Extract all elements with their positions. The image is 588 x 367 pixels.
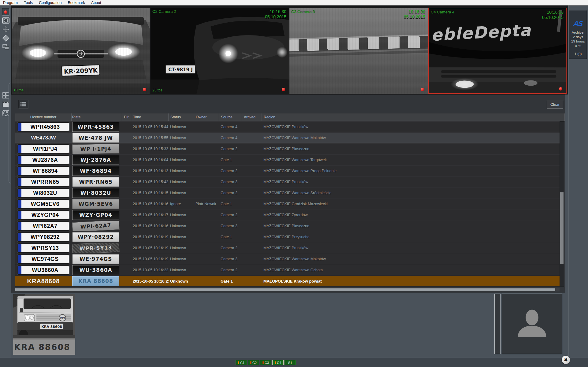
column-header-region[interactable]: Region <box>262 113 565 121</box>
table-row[interactable]: WJ2876A WJ·2876A 2015-10-05 10:16:04 Unk… <box>15 154 560 165</box>
menu-item-program[interactable]: Program <box>0 0 21 5</box>
table-row[interactable]: WU3860A WU·3860A 2015-10-05 10:16:22 Unk… <box>15 265 560 276</box>
camera-4-time: 10:16:03 <box>542 10 564 15</box>
cell-plate: WJ·2876A <box>72 155 122 165</box>
camera-3-view[interactable]: C3 Camera 3 10:16:30 05.10.2015 <box>289 8 428 94</box>
as-logo: AS <box>569 20 587 28</box>
horizontal-scrollbar[interactable] <box>15 288 560 291</box>
plate-image: WPR·SY13 <box>72 243 119 253</box>
zone-button[interactable] <box>2 34 10 42</box>
table-row[interactable]: WZYGP04 WZY·GP04 2015-10-05 10:16:17 Unk… <box>15 209 560 221</box>
table-row[interactable]: WPR45863 WPR·45863 2015-10-05 10:15:44 U… <box>15 121 560 132</box>
cell-licence-number: WU3860A <box>15 265 72 275</box>
table-row[interactable]: WI8032U WI·8032U 2015-10-05 10:16:15 Unk… <box>15 187 560 198</box>
eu-strip-icon <box>18 233 21 241</box>
cell-status: Unknown <box>169 191 194 195</box>
camera-2-view[interactable]: CT·9819 J C2 Camera 2 10:16:30 05.10.201… <box>151 8 289 94</box>
cell-region: MAZOWIECKIE Pruszków <box>262 125 560 129</box>
record-button[interactable] <box>2 8 9 16</box>
move-button[interactable] <box>2 25 10 33</box>
table-row[interactable]: WGM5EV6 WGM·5EV6 2015-10-05 10:16:16 Ign… <box>15 198 560 209</box>
table-row[interactable]: WE478JW WE·478 JW 2015-10-05 10:15:55 Un… <box>15 132 560 143</box>
van-badge-text: VW <box>60 317 65 320</box>
list-view-button[interactable] <box>18 100 28 109</box>
horizontal-scrollbar-thumb[interactable] <box>15 288 555 291</box>
table-row[interactable]: WPI1PJ4 WP I·1PJ4 2015-10-05 10:15:33 Un… <box>15 143 560 154</box>
clear-button[interactable]: Clear <box>547 101 563 109</box>
status-indicator-c4[interactable]: C4 <box>272 360 284 365</box>
cell-plate: WPI·62A7 <box>72 221 122 231</box>
cell-source: Camera 2 <box>219 246 242 250</box>
cell-licence-number: WPR45863 <box>15 122 72 132</box>
cell-time: 2015-10-05 10:16:16 <box>131 224 169 228</box>
status-indicator-s1[interactable]: S1 <box>285 360 296 365</box>
cell-licence-number: WJ2876A <box>15 155 72 165</box>
cell-status: Unknown <box>169 136 194 140</box>
layout-button[interactable] <box>2 43 10 51</box>
camera-4-recording-indicator <box>559 87 562 91</box>
column-header-arrived[interactable]: Arrived <box>242 113 262 121</box>
table-row[interactable]: WPRRN65 WPR·RN65 2015-10-05 10:15:42 Unk… <box>15 176 560 187</box>
cell-region: MAZOWIECKIE Warszawa Śródmieście <box>262 191 560 195</box>
licence-number-text: WE478JW <box>15 135 72 141</box>
menu-item-bookmark[interactable]: Bookmark <box>65 0 88 5</box>
licence-number-text: WGM5EV6 <box>21 201 69 207</box>
cell-source: Camera 2 <box>219 191 242 195</box>
licence-plate-badge: WPI62A7 <box>17 221 69 231</box>
archive-lines: Archive:2 days19 hours0 % <box>569 30 587 48</box>
vertical-scrollbar[interactable] <box>560 121 564 287</box>
table-row[interactable]: WF86894 WF·86894 2015-10-05 10:16:13 Unk… <box>15 165 560 176</box>
cell-time: 2015-10-05 10:16:15 <box>131 191 169 195</box>
vehicle-snapshot[interactable]: VW KRA 88608 KRA 88608 <box>13 294 75 355</box>
menu-item-about[interactable]: About <box>88 0 104 5</box>
camera-1-view[interactable]: KR·209YK 10 fps <box>12 8 150 94</box>
cell-source: Camera 4 <box>219 125 242 129</box>
status-indicator-c3[interactable]: C3 <box>260 360 271 365</box>
camera-4-view[interactable]: ebleDepta C4 Camera 4 10:16:03 05.10.201… <box>428 8 567 94</box>
camera-view-button[interactable] <box>2 17 10 24</box>
status-indicator-c2[interactable]: C2 <box>248 360 259 365</box>
eu-strip-icon <box>18 200 21 208</box>
camera-3-time: 10:16:30 <box>404 9 425 14</box>
plate-table-body: WPR45863 WPR·45863 2015-10-05 10:15:44 U… <box>15 121 560 287</box>
column-header-plate[interactable]: Plate <box>72 113 122 121</box>
cell-status: Unknown <box>169 246 194 250</box>
cell-plate: KRA 88608 <box>72 276 122 286</box>
column-header-status[interactable]: Status <box>169 113 194 121</box>
cell-plate: WF·86894 <box>72 166 122 176</box>
status-indicator-c1[interactable]: C1 <box>236 360 247 365</box>
column-header-licence-number[interactable]: Licence number <box>15 113 72 121</box>
cell-status: Unknown <box>169 268 194 272</box>
cell-time: 2015-10-05 10:15:33 <box>131 147 169 151</box>
column-header-owner[interactable]: Owner <box>194 113 219 121</box>
menu-item-configuration[interactable]: Configuration <box>36 0 65 5</box>
column-header-dir[interactable]: Dir <box>122 113 131 121</box>
licence-plate-badge: WJ2876A <box>17 155 69 165</box>
eu-strip-icon <box>18 255 21 263</box>
cell-region: MAZOWIECKIE Warszawa Mokotów <box>262 257 560 261</box>
column-header-time[interactable]: Time <box>131 113 169 121</box>
cell-region: MAZOWIECKIE Pruszków <box>262 246 560 250</box>
table-row[interactable]: WE974GS WE·974GS 2015-10-05 10:16:19 Unk… <box>15 254 560 265</box>
column-header-source[interactable]: Source <box>219 113 242 121</box>
camera-2-time: 10:16:30 <box>265 9 286 14</box>
licence-plate-badge: WZYGP04 <box>17 210 69 220</box>
table-row[interactable]: WPY08292 WPY·08292 2015-10-05 10:16:19 U… <box>15 232 560 243</box>
cell-time: 2015-10-05 10:16:17 <box>131 213 169 217</box>
cell-region: MAZOWIECKIE Warszawa Mokotów <box>262 136 560 140</box>
eu-strip-icon <box>18 145 21 153</box>
menu-item-tools[interactable]: Tools <box>21 0 36 5</box>
vehicle-snapshot-image: VW KRA 88608 KRA 88608 <box>13 294 75 355</box>
record-icon <box>4 10 7 14</box>
table-row[interactable]: WPRSY13 WPR·SY13 2015-10-05 10:16:19 Unk… <box>15 243 560 254</box>
cell-source: Gate 1 <box>219 279 242 284</box>
vertical-scrollbar-thumb[interactable] <box>560 192 564 264</box>
status-indicator-label: C2 <box>252 361 257 365</box>
close-button[interactable]: ✖ <box>562 356 570 364</box>
cell-status: Unknown <box>169 213 194 217</box>
table-row[interactable]: KRA88608 KRA 88608 2015-10-05 10:16:23 U… <box>15 276 560 287</box>
camera-2-timestamp: 10:16:30 05.10.2015 <box>265 9 286 20</box>
table-row[interactable]: WPI62A7 WPI·62A7 2015-10-05 10:16:16 Unk… <box>15 221 560 232</box>
archive-line: 2 days <box>569 35 587 39</box>
cell-time: 2015-10-05 10:15:42 <box>131 180 169 184</box>
